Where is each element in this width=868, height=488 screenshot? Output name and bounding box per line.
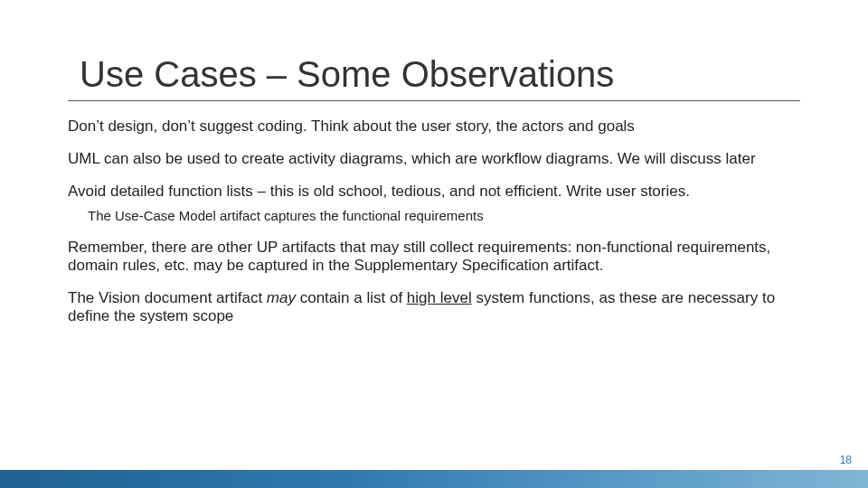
para-2: UML can also be used to create activity …: [68, 150, 800, 168]
para-5-may: may: [267, 289, 296, 306]
para-1: Don’t design, don’t suggest coding. Thin…: [68, 117, 800, 136]
para-3a: The Use-Case Model artifact captures the…: [88, 208, 800, 224]
slide-title: Use Cases – Some Observations: [68, 54, 800, 101]
slide-body: Don’t design, don’t suggest coding. Thin…: [68, 117, 800, 325]
para-4: Remember, there are other UP artifacts t…: [68, 239, 800, 275]
slide: Use Cases – Some Observations Don’t desi…: [0, 0, 868, 488]
para-5-text-a: The Vision document artifact: [68, 289, 267, 306]
para-5: The Vision document artifact may contain…: [68, 289, 800, 325]
footer-bar: [0, 470, 868, 488]
para-5-highlevel: high level: [407, 289, 472, 306]
para-3: Avoid detailed function lists – this is …: [68, 183, 800, 201]
para-5-text-b: contain a list of: [296, 289, 407, 306]
page-number: 18: [840, 454, 852, 466]
